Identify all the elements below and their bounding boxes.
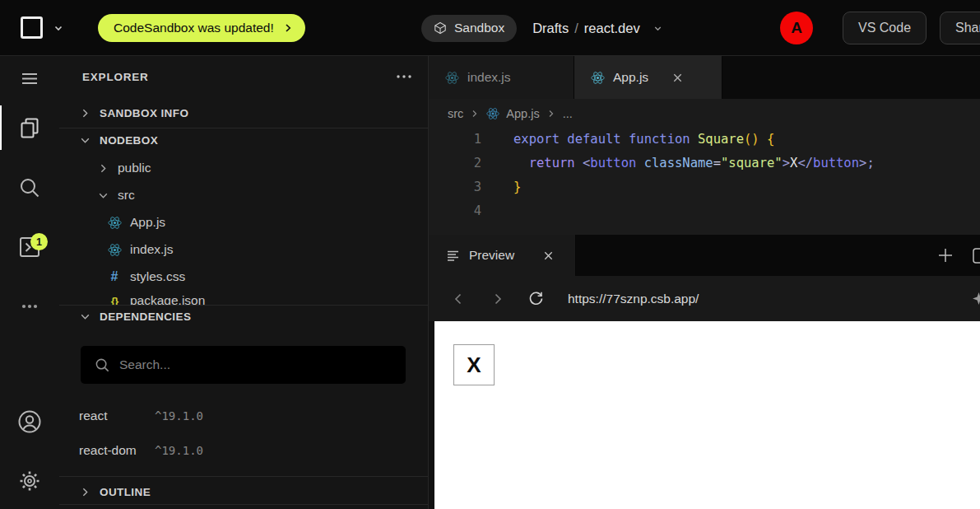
tab-index-js[interactable]: index.js (429, 56, 574, 99)
chevron-right-icon (283, 23, 293, 33)
terminal-icon[interactable]: 1 (0, 234, 59, 260)
code-lines: export default function Square() { retur… (513, 128, 875, 235)
chevron-down-icon (79, 311, 91, 323)
chevron-right-icon (79, 107, 91, 119)
section-outline[interactable]: OUTLINE (59, 480, 428, 503)
share-button[interactable]: Share (940, 12, 980, 44)
sandbox-type-pill[interactable]: Sandbox (421, 15, 517, 42)
divider (59, 504, 428, 505)
update-banner-button[interactable]: CodeSandbox was updated! (98, 14, 305, 42)
divider (59, 476, 428, 477)
explorer-panel: EXPLORER SANDBOX INFO NODEBOX public src (59, 56, 429, 509)
tab-app-js[interactable]: App.js (574, 56, 722, 99)
folder-public[interactable]: public (59, 156, 428, 180)
square-button[interactable]: X (453, 344, 495, 385)
json-icon: {} (107, 295, 122, 306)
preview-tab-bar: Preview (429, 235, 980, 276)
search-icon (95, 357, 110, 373)
menu-icon[interactable] (0, 65, 59, 91)
cube-icon (434, 21, 447, 35)
editor-breadcrumb: src App.js ... (429, 99, 980, 128)
layout-icon[interactable] (972, 247, 980, 264)
sandbox-label: Sandbox (454, 21, 504, 35)
chevron-right-icon (470, 109, 480, 119)
breadcrumb-src[interactable]: src (448, 107, 463, 120)
terminal-badge: 1 (30, 233, 48, 250)
breadcrumb-separator: / (574, 21, 578, 36)
explorer-files-icon[interactable] (0, 114, 59, 141)
project-breadcrumb[interactable]: Drafts / react.dev (532, 21, 662, 36)
section-sandbox-info[interactable]: SANDBOX INFO (59, 101, 428, 124)
preview-address-bar: https://77sznp.csb.app/ (429, 276, 980, 321)
file-styles-css[interactable]: # styles.css (59, 265, 428, 288)
activity-bar: 1 (0, 56, 59, 509)
dependency-search-input[interactable] (119, 357, 368, 372)
section-nodebox[interactable]: NODEBOX (59, 128, 428, 152)
preview-frame: X (429, 321, 980, 509)
dependency-search-box (81, 346, 406, 384)
section-dependencies[interactable]: DEPENDENCIES (59, 305, 428, 328)
dependency-react-dom[interactable]: react-dom ^19.1.0 (79, 439, 411, 462)
back-icon[interactable] (451, 276, 466, 321)
editor-group: index.js App.js src App.js ... 1 2 3 (429, 56, 980, 509)
refresh-icon[interactable] (527, 276, 545, 321)
preview-tab[interactable]: Preview (429, 235, 576, 276)
close-tab-icon[interactable] (671, 72, 684, 84)
file-index-js[interactable]: index.js (59, 238, 428, 261)
settings-gear-icon[interactable] (0, 468, 59, 494)
more-icon[interactable] (0, 293, 59, 320)
react-icon (486, 107, 499, 120)
project-name: react.dev (584, 21, 640, 36)
line-number-gutter: 1 2 3 4 (429, 128, 481, 235)
sparkle-icon[interactable] (972, 276, 980, 321)
react-icon (445, 71, 459, 85)
project-folder: Drafts (532, 21, 569, 36)
dependency-react[interactable]: react ^19.1.0 (79, 404, 411, 427)
workspace-chevron-down-icon[interactable] (53, 22, 64, 34)
file-app-js[interactable]: App.js (59, 211, 428, 234)
breadcrumb-file[interactable]: App.js (506, 107, 539, 120)
preview-list-icon (447, 250, 459, 262)
file-package-json[interactable]: {} package.json (59, 289, 428, 305)
editor-tab-bar: index.js App.js (429, 56, 980, 99)
code-line-2: return <button className="square">X</but… (513, 152, 875, 175)
file-tree: SANDBOX INFO NODEBOX public src App.js (59, 56, 428, 305)
top-bar: CodeSandbox was updated! Sandbox Drafts … (0, 0, 980, 56)
code-line-1: export default function Square() { (513, 128, 875, 152)
chevron-down-icon (97, 189, 109, 202)
react-icon (107, 216, 122, 230)
vscode-button[interactable]: VS Code (843, 12, 927, 44)
forward-icon[interactable] (490, 276, 505, 321)
folder-src[interactable]: src (59, 184, 428, 207)
preview-url[interactable]: https://77sznp.csb.app/ (568, 292, 699, 306)
react-icon (107, 243, 122, 257)
css-icon: # (107, 269, 122, 284)
react-icon (591, 71, 605, 85)
add-preview-icon[interactable] (936, 246, 954, 264)
close-preview-icon[interactable] (542, 250, 555, 262)
search-icon[interactable] (0, 175, 59, 201)
workspace-logo[interactable] (21, 16, 43, 39)
avatar-initial: A (791, 19, 802, 37)
chevron-right-icon (546, 109, 556, 119)
chevron-right-icon (97, 162, 109, 175)
code-editor[interactable]: 1 2 3 4 export default function Square()… (429, 128, 980, 235)
code-line-3: } (513, 175, 875, 199)
user-avatar[interactable]: A (780, 12, 813, 44)
project-chevron-down-icon (653, 23, 663, 34)
update-banner-label: CodeSandbox was updated! (114, 21, 274, 35)
chevron-right-icon (79, 486, 91, 498)
codesandbox-window: CodeSandbox was updated! Sandbox Drafts … (0, 0, 980, 509)
breadcrumb-symbol[interactable]: ... (563, 107, 573, 120)
chevron-down-icon (79, 134, 91, 147)
account-icon[interactable] (0, 409, 59, 435)
